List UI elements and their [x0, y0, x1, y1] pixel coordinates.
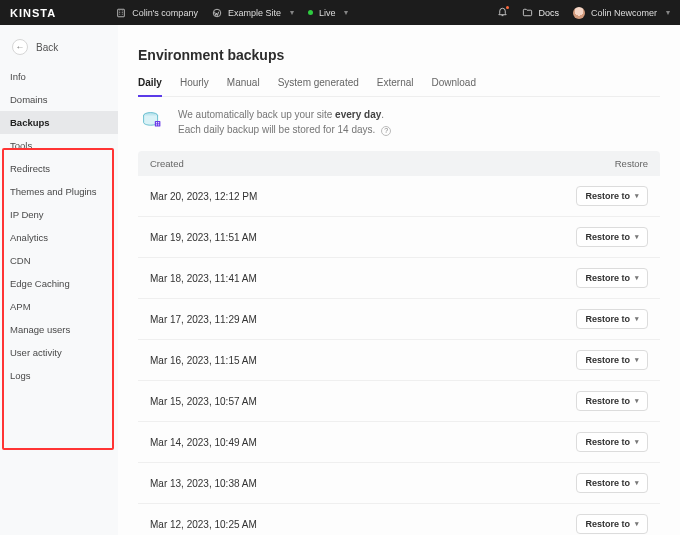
backup-timestamp: Mar 19, 2023, 11:51 AM [150, 232, 257, 243]
restore-button[interactable]: Restore to▾ [576, 227, 648, 247]
backup-timestamp: Mar 15, 2023, 10:57 AM [150, 396, 257, 407]
sidebar-item-themes-plugins[interactable]: Themes and Plugins [0, 180, 118, 203]
tab-external[interactable]: External [377, 77, 414, 96]
restore-label: Restore to [585, 519, 630, 529]
notification-indicator [506, 6, 509, 9]
restore-button[interactable]: Restore to▾ [576, 186, 648, 206]
restore-label: Restore to [585, 478, 630, 488]
sidebar-item-ip-deny[interactable]: IP Deny [0, 203, 118, 226]
restore-button[interactable]: Restore to▾ [576, 432, 648, 452]
sidebar-item-apm[interactable]: APM [0, 295, 118, 318]
backup-timestamp: Mar 13, 2023, 10:38 AM [150, 478, 257, 489]
arrow-left-icon: ← [12, 39, 28, 55]
restore-button[interactable]: Restore to▾ [576, 309, 648, 329]
brand-logo: KINSTA [10, 7, 56, 19]
svg-rect-3 [155, 121, 161, 127]
back-link[interactable]: ← Back [0, 35, 118, 65]
sidebar-item-manage-users[interactable]: Manage users [0, 318, 118, 341]
top-bar: KINSTA Colin's company Example Site ▾ Li… [0, 0, 680, 25]
backup-row: Mar 18, 2023, 11:41 AMRestore to▾ [138, 258, 660, 299]
chevron-down-icon: ▾ [635, 479, 639, 487]
info-text-b: every day [335, 109, 381, 120]
site-switcher[interactable]: Example Site ▾ [212, 8, 294, 18]
backup-row: Mar 17, 2023, 11:29 AMRestore to▾ [138, 299, 660, 340]
backup-row: Mar 20, 2023, 12:12 PMRestore to▾ [138, 176, 660, 217]
svg-point-7 [158, 124, 159, 125]
chevron-down-icon: ▾ [635, 315, 639, 323]
backup-timestamp: Mar 20, 2023, 12:12 PM [150, 191, 257, 202]
backup-row: Mar 14, 2023, 10:49 AMRestore to▾ [138, 422, 660, 463]
backup-tabs: Daily Hourly Manual System generated Ext… [138, 77, 660, 97]
tab-hourly[interactable]: Hourly [180, 77, 209, 96]
environment-label: Live [319, 8, 336, 18]
docs-label: Docs [538, 8, 559, 18]
page-title: Environment backups [138, 47, 660, 63]
backup-timestamp: Mar 12, 2023, 10:25 AM [150, 519, 257, 530]
main-content: Environment backups Daily Hourly Manual … [118, 25, 680, 535]
backup-timestamp: Mar 14, 2023, 10:49 AM [150, 437, 257, 448]
sidebar-item-redirects[interactable]: Redirects [0, 157, 118, 180]
chevron-down-icon: ▾ [635, 274, 639, 282]
env-status-dot [308, 10, 313, 15]
info-text-a: We automatically back up your site [178, 109, 335, 120]
col-restore: Restore [615, 158, 648, 169]
notifications-button[interactable] [497, 6, 508, 19]
chevron-down-icon: ▾ [344, 8, 348, 17]
sidebar-item-user-activity[interactable]: User activity [0, 341, 118, 364]
backup-row: Mar 15, 2023, 10:57 AMRestore to▾ [138, 381, 660, 422]
user-name: Colin Newcomer [591, 8, 657, 18]
tab-system-generated[interactable]: System generated [278, 77, 359, 96]
site-name: Example Site [228, 8, 281, 18]
chevron-down-icon: ▾ [635, 233, 639, 241]
restore-label: Restore to [585, 437, 630, 447]
restore-label: Restore to [585, 396, 630, 406]
backup-row: Mar 19, 2023, 11:51 AMRestore to▾ [138, 217, 660, 258]
restore-label: Restore to [585, 355, 630, 365]
sidebar: ← Back Info Domains Backups Tools Redire… [0, 25, 118, 535]
chevron-down-icon: ▾ [635, 192, 639, 200]
sidebar-item-logs[interactable]: Logs [0, 364, 118, 387]
help-icon[interactable]: ? [381, 126, 391, 136]
svg-point-5 [158, 122, 159, 123]
sidebar-item-edge-caching[interactable]: Edge Caching [0, 272, 118, 295]
sidebar-item-backups[interactable]: Backups [0, 111, 118, 134]
company-name: Colin's company [132, 8, 198, 18]
environment-switcher[interactable]: Live ▾ [308, 8, 349, 18]
chevron-down-icon: ▾ [635, 397, 639, 405]
chevron-down-icon: ▾ [635, 438, 639, 446]
restore-button[interactable]: Restore to▾ [576, 268, 648, 288]
sidebar-item-info[interactable]: Info [0, 65, 118, 88]
sidebar-item-analytics[interactable]: Analytics [0, 226, 118, 249]
company-switcher[interactable]: Colin's company [116, 8, 198, 18]
back-label: Back [36, 42, 58, 53]
sidebar-item-domains[interactable]: Domains [0, 88, 118, 111]
backup-row: Mar 13, 2023, 10:38 AMRestore to▾ [138, 463, 660, 504]
wordpress-icon [212, 8, 222, 18]
backup-timestamp: Mar 16, 2023, 11:15 AM [150, 355, 257, 366]
tab-daily[interactable]: Daily [138, 77, 162, 96]
backup-table-header: Created Restore [138, 151, 660, 176]
user-avatar [573, 7, 585, 19]
sidebar-item-cdn[interactable]: CDN [0, 249, 118, 272]
restore-button[interactable]: Restore to▾ [576, 514, 648, 534]
info-text-line2: Each daily backup will be stored for 14 … [178, 124, 375, 135]
user-menu[interactable]: Colin Newcomer ▾ [573, 7, 670, 19]
restore-label: Restore to [585, 191, 630, 201]
info-text-c: . [381, 109, 384, 120]
docs-link[interactable]: Docs [522, 7, 559, 18]
backup-info: We automatically back up your site every… [138, 107, 660, 137]
restore-label: Restore to [585, 314, 630, 324]
restore-button[interactable]: Restore to▾ [576, 350, 648, 370]
tab-manual[interactable]: Manual [227, 77, 260, 96]
backup-row: Mar 12, 2023, 10:25 AMRestore to▾ [138, 504, 660, 535]
restore-button[interactable]: Restore to▾ [576, 473, 648, 493]
chevron-down-icon: ▾ [635, 520, 639, 528]
sidebar-item-tools[interactable]: Tools [0, 134, 118, 157]
tab-download[interactable]: Download [431, 77, 475, 96]
restore-label: Restore to [585, 232, 630, 242]
restore-button[interactable]: Restore to▾ [576, 391, 648, 411]
chevron-down-icon: ▾ [666, 8, 670, 17]
svg-point-6 [156, 124, 157, 125]
svg-rect-0 [118, 9, 125, 17]
svg-point-4 [156, 122, 157, 123]
